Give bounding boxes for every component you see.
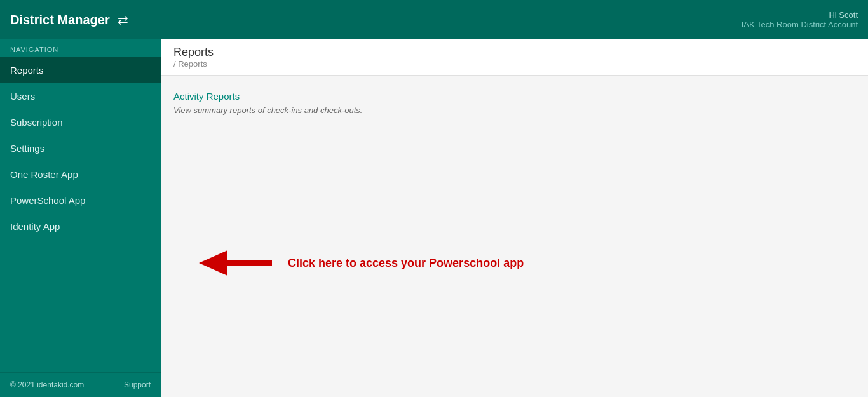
sidebar-item-users[interactable]: Users bbox=[0, 83, 161, 109]
page-title: Reports bbox=[173, 46, 855, 59]
svg-marker-1 bbox=[199, 250, 227, 276]
account-link[interactable]: IAK Tech Room District Account bbox=[742, 20, 858, 29]
greeting-text: Hi Scott bbox=[742, 10, 858, 20]
content-body: Activity Reports View summary reports of… bbox=[161, 76, 868, 397]
annotation: Click here to access your Powerschool ap… bbox=[199, 247, 524, 279]
sidebar-item-identity-app[interactable]: Identity App bbox=[0, 213, 161, 239]
header-left: District Manager ⇄ bbox=[10, 12, 128, 27]
main-layout: NAVIGATION Reports Users Subscription Se… bbox=[0, 39, 868, 397]
content-area: Reports / Reports Activity Reports View … bbox=[161, 39, 868, 397]
breadcrumb-bar: Reports / Reports bbox=[161, 39, 868, 76]
annotation-text: Click here to access your Powerschool ap… bbox=[288, 257, 524, 270]
support-link[interactable]: Support bbox=[124, 380, 151, 389]
sidebar-item-settings[interactable]: Settings bbox=[0, 135, 161, 161]
nav-label: NAVIGATION bbox=[0, 39, 161, 57]
sidebar-footer: © 2021 identakid.com Support bbox=[0, 372, 161, 397]
svg-rect-0 bbox=[224, 260, 272, 266]
app-title: District Manager bbox=[10, 13, 110, 27]
activity-reports-description: View summary reports of check-ins and ch… bbox=[173, 105, 362, 115]
sidebar: NAVIGATION Reports Users Subscription Se… bbox=[0, 39, 161, 397]
header-right: Hi Scott IAK Tech Room District Account bbox=[742, 10, 858, 29]
breadcrumb: / Reports bbox=[173, 59, 855, 69]
header: District Manager ⇄ Hi Scott IAK Tech Roo… bbox=[0, 0, 868, 39]
copyright-text: © 2021 identakid.com bbox=[10, 380, 84, 389]
sidebar-item-one-roster-app[interactable]: One Roster App bbox=[0, 161, 161, 187]
sidebar-item-reports[interactable]: Reports bbox=[0, 57, 161, 83]
sidebar-item-subscription[interactable]: Subscription bbox=[0, 109, 161, 135]
activity-reports-link[interactable]: Activity Reports bbox=[173, 91, 855, 102]
transfer-icon: ⇄ bbox=[118, 12, 128, 27]
arrow-icon bbox=[199, 247, 275, 279]
sidebar-item-powerschool-app[interactable]: PowerSchool App bbox=[0, 187, 161, 213]
